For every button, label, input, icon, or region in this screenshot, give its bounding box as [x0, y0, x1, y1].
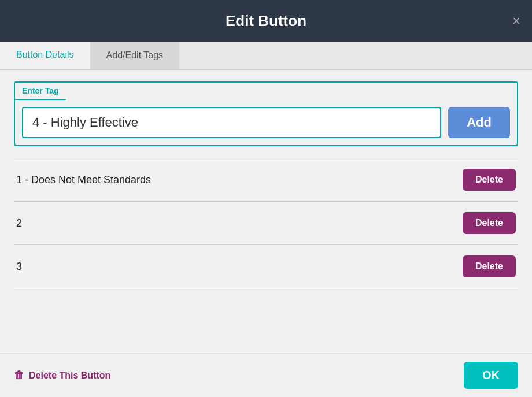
tabs-bar: Button Details Add/Edit Tags	[0, 42, 532, 70]
close-button[interactable]: ×	[512, 14, 520, 28]
tag-list: 1 - Does Not Meet Standards Delete 2 Del…	[14, 158, 518, 342]
ok-button[interactable]: OK	[464, 362, 518, 389]
edit-button-modal: Edit Button × Button Details Add/Edit Ta…	[0, 0, 532, 397]
trash-icon: 🗑	[14, 369, 24, 381]
table-row: 3 Delete	[14, 245, 518, 288]
delete-button-3[interactable]: Delete	[463, 255, 516, 277]
tag-input[interactable]	[22, 107, 441, 138]
add-tag-button[interactable]: Add	[448, 107, 510, 138]
modal-title: Edit Button	[226, 12, 306, 30]
tab-add-edit-tags[interactable]: Add/Edit Tags	[90, 42, 179, 69]
tag-label-1: 1 - Does Not Meet Standards	[16, 174, 151, 186]
modal-header: Edit Button ×	[0, 0, 532, 42]
delete-this-button[interactable]: 🗑 Delete This Button	[14, 369, 110, 381]
delete-button-1[interactable]: Delete	[463, 169, 516, 191]
tab-button-details[interactable]: Button Details	[0, 42, 90, 69]
table-row: 1 - Does Not Meet Standards Delete	[14, 158, 518, 202]
tag-input-row: Add	[15, 100, 517, 145]
tag-label-3: 3	[16, 261, 22, 273]
enter-tag-section: Enter Tag Add	[14, 81, 518, 146]
delete-this-label: Delete This Button	[29, 370, 110, 381]
table-row: 2 Delete	[14, 202, 518, 245]
modal-footer: 🗑 Delete This Button OK	[0, 353, 532, 397]
modal-body: Enter Tag Add 1 - Does Not Meet Standard…	[0, 70, 532, 353]
delete-button-2[interactable]: Delete	[463, 212, 516, 234]
enter-tag-legend: Enter Tag	[15, 83, 66, 100]
tag-label-2: 2	[16, 217, 22, 229]
